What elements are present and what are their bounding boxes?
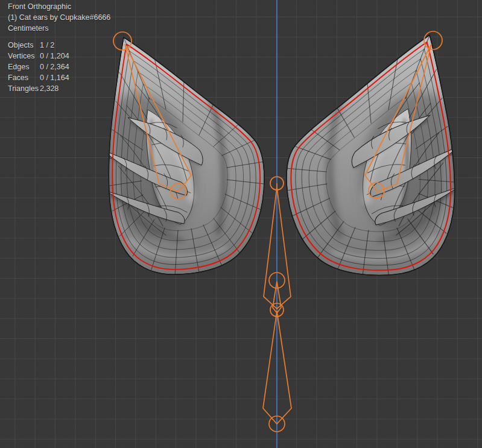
viewport-canvas[interactable]	[0, 0, 482, 448]
3d-viewport[interactable]: Front Orthographic (1) Cat ears by Cupka…	[0, 0, 482, 448]
cat-ear-mesh-right[interactable]	[278, 33, 482, 282]
cat-ear-mesh-left[interactable]	[85, 37, 264, 276]
